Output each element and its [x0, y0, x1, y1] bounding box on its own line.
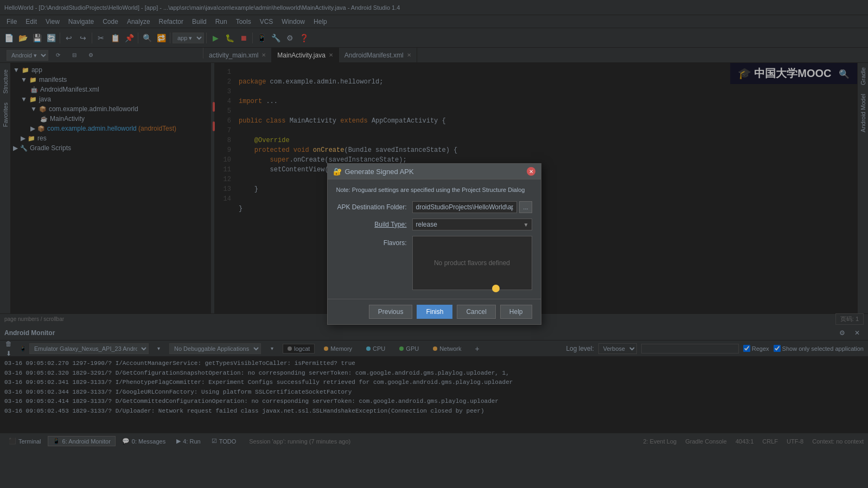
apk-folder-row: APK Destination Folder: ... — [336, 201, 532, 213]
apk-folder-group: ... — [412, 201, 532, 213]
finish-button[interactable]: Finish — [417, 305, 452, 319]
dialog-title: 🔐 Generate Signed APK — [333, 168, 414, 176]
flavors-label: Flavors: — [336, 236, 412, 247]
dialog-body: Note: Proguard settings are specified us… — [328, 179, 541, 298]
generate-signed-apk-dialog: 🔐 Generate Signed APK ✕ Note: Proguard s… — [327, 163, 541, 324]
flavors-row: Flavors: No product flavors defined — [336, 236, 532, 290]
dialog-note: Note: Proguard settings are specified us… — [336, 186, 532, 194]
dialog-buttons: Previous Finish Cancel Help — [328, 299, 541, 324]
previous-button[interactable]: Previous — [369, 305, 413, 319]
build-type-select[interactable]: release debug — [412, 219, 532, 230]
cursor-indicator — [492, 285, 500, 292]
help-button[interactable]: Help — [500, 305, 532, 319]
cancel-button[interactable]: Cancel — [457, 305, 495, 319]
flavors-empty-text: No product flavors defined — [434, 259, 510, 267]
build-type-row: Build Type: release debug ▼ — [336, 219, 532, 230]
build-type-label: Build Type: — [336, 221, 412, 228]
dialog-close-button[interactable]: ✕ — [527, 167, 535, 176]
apk-folder-browse-btn[interactable]: ... — [519, 201, 532, 213]
flavors-box: No product flavors defined — [412, 236, 532, 290]
apk-folder-input[interactable] — [412, 201, 518, 213]
dialog-title-bar: 🔐 Generate Signed APK ✕ — [328, 164, 541, 179]
build-type-select-wrap: release debug ▼ — [412, 219, 532, 230]
apk-folder-label: APK Destination Folder: — [336, 203, 412, 211]
dialog-overlay: 🔐 Generate Signed APK ✕ Note: Proguard s… — [0, 0, 868, 488]
dialog-icon: 🔐 — [333, 168, 342, 176]
